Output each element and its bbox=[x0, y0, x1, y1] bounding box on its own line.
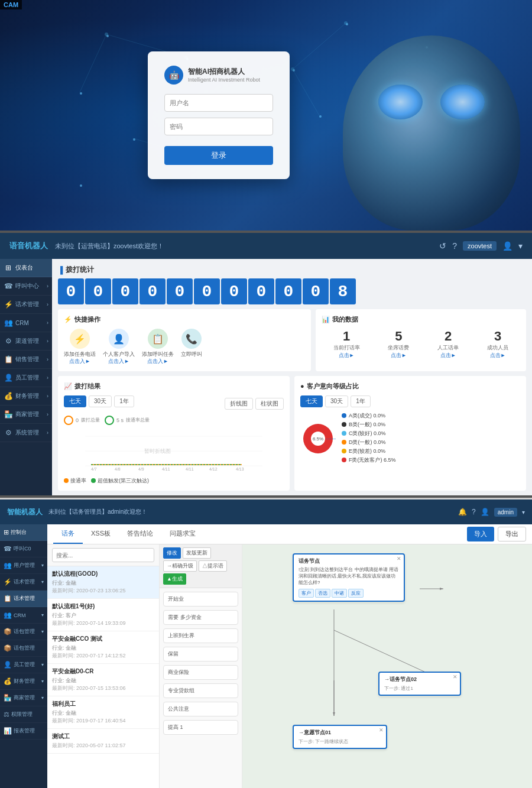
username-field[interactable] bbox=[164, 94, 273, 112]
admin-tab-xss[interactable]: XSS板 bbox=[83, 524, 119, 544]
my-data-2: 2 人工话单 点击► bbox=[437, 329, 459, 359]
quick-op-1[interactable]: 👤 个人客户导入 点击入► bbox=[103, 329, 135, 365]
export-button[interactable]: 导出 bbox=[498, 527, 526, 541]
admin-section: 智能机器人 未到位【话务管理员】admin欢迎您！ 🔔 ? 👤 admin ▾ … bbox=[0, 498, 532, 788]
sidebar-item-dashboard[interactable]: ⊞ 仪表台 bbox=[0, 259, 52, 277]
bell-icon[interactable]: 🔔 bbox=[458, 508, 467, 516]
my-data-title: 📊 我的数据 bbox=[322, 315, 520, 324]
refresh-icon[interactable]: ↺ bbox=[439, 241, 446, 251]
help-icon[interactable]: ? bbox=[452, 241, 457, 251]
call-result-card: 📈 拨打结果 七天 30天 1年 折线图 柱状图 bbox=[58, 376, 290, 491]
quick-op-3[interactable]: 📞 立即呼叫 bbox=[181, 329, 202, 365]
flow-node-close-start[interactable]: ✕ bbox=[397, 556, 401, 562]
password-input[interactable] bbox=[164, 118, 273, 135]
pie-tab-30days[interactable]: 30天 bbox=[325, 395, 348, 407]
chevron-right-icon3: › bbox=[47, 320, 48, 326]
admin-sidebar-crm[interactable]: 👥 CRM ▾ bbox=[0, 607, 47, 624]
admin-sidebar-speechmgr[interactable]: 📋 话术管理 bbox=[0, 591, 47, 607]
package2-icon: 📦 bbox=[4, 644, 12, 652]
my-data-num-3: 3 bbox=[487, 329, 508, 344]
svg-text:4/9: 4/9 bbox=[138, 467, 144, 471]
quick-op-link-1[interactable]: 点击入► bbox=[103, 358, 135, 365]
login-button[interactable]: 登录 bbox=[164, 146, 273, 165]
sidebar-item-sales[interactable]: 📋 销售管理 › bbox=[0, 351, 52, 369]
import-button[interactable]: 导入 bbox=[467, 527, 494, 541]
password-field[interactable] bbox=[164, 118, 273, 135]
conv-generate-btn[interactable]: ▲生成 bbox=[163, 573, 186, 585]
sidebar-item-merchant[interactable]: 🏪 商家管理 › bbox=[0, 406, 52, 424]
my-data-link-0[interactable]: 点击► bbox=[333, 352, 360, 359]
list-item-5[interactable]: 测试工 最新时间: 2020-05-07 11:02:57 bbox=[47, 729, 159, 754]
sidebar-item-speech[interactable]: ⚡ 话术管理 › bbox=[0, 296, 52, 314]
conn-btn-response[interactable]: 反应 bbox=[348, 589, 364, 598]
admin-sidebar-package2[interactable]: 📦 话包管理 bbox=[0, 640, 47, 657]
list-item-3[interactable]: 平安金融D0-CR 行业: 金融 最新时间: 2020-07-15 13:53:… bbox=[47, 664, 159, 696]
sidebar-item-call[interactable]: ☎ 呼叫中心 › bbox=[0, 277, 52, 296]
dashboard-icon: ⊞ bbox=[4, 264, 13, 272]
quick-op-label-3: 立即呼叫 bbox=[181, 351, 202, 358]
pie-tab-1year[interactable]: 1年 bbox=[351, 395, 371, 407]
chevron-down-icon[interactable]: ▾ bbox=[518, 241, 523, 251]
list-item-0[interactable]: 默认流程(GOOD) 行业: 金融 最新时间: 2020-07-23 13:06… bbox=[47, 566, 159, 599]
list-item-2[interactable]: 平安金融CCO 测试 行业: 金融 最新时间: 2020-07-17 14:12… bbox=[47, 631, 159, 664]
admin-sidebar-control[interactable]: ⊞ 控制台 bbox=[0, 524, 47, 541]
flow-node-close-2[interactable]: ✕ bbox=[379, 727, 384, 733]
admin-sidebar-finance[interactable]: 💰 财务管理 ▾ bbox=[0, 673, 47, 690]
user-icon[interactable]: 👤 bbox=[502, 241, 512, 251]
pie-tab-7days[interactable]: 七天 bbox=[300, 395, 323, 407]
quick-op-link-2[interactable]: 点击入► bbox=[142, 358, 174, 365]
call-tab-30days[interactable]: 30天 bbox=[89, 395, 112, 407]
conn-btn-customer[interactable]: 客户 bbox=[299, 589, 314, 598]
list-item-1[interactable]: 默认流程1号(好) 行业: 客户 最新时间: 2020-07-14 19:33:… bbox=[47, 599, 159, 631]
sidebar-item-finance[interactable]: 💰 财务管理 › bbox=[0, 387, 52, 406]
call-tab-1year[interactable]: 1年 bbox=[114, 395, 134, 407]
quick-op-0[interactable]: ⚡ 添加任务电话 点击入► bbox=[64, 329, 96, 365]
admin-user-name: admin bbox=[494, 508, 517, 517]
conv-hint-btn[interactable]: △提示语 bbox=[199, 560, 227, 572]
flow-node-2[interactable]: ✕ →意愿节点01 下一步: 下一路继续状态 bbox=[293, 725, 387, 749]
flow-node-1[interactable]: ✕ →话务节点02 下一步: 通过1 bbox=[378, 672, 461, 696]
admin-sidebar-speech[interactable]: ⚡ 话术管理 ▾ bbox=[0, 574, 47, 591]
sidebar-item-system[interactable]: ⚙ 系统管理 › bbox=[0, 424, 52, 442]
conn-btn-mid[interactable]: 中诸 bbox=[332, 589, 347, 598]
admin-sidebar-users[interactable]: 👥 用户管理 ▾ bbox=[0, 557, 47, 574]
sidebar-item-channel[interactable]: ⚙ 渠道管理 › bbox=[0, 332, 52, 351]
admin-tab-call[interactable]: 话务 bbox=[53, 524, 83, 544]
conv-publish-btn[interactable]: 发版更新 bbox=[183, 547, 211, 559]
flow-node-close-1[interactable]: ✕ bbox=[453, 674, 458, 680]
conv-upgrade-btn[interactable]: →精确升级 bbox=[163, 560, 197, 572]
pie-label-C: C类(较好) 0.0% bbox=[349, 430, 386, 437]
list-item-name-2: 平安金融CCO 测试 bbox=[52, 635, 154, 643]
admin-sidebar-merchant[interactable]: 🏪 商家管理 ▾ bbox=[0, 690, 47, 706]
line-chart-btn[interactable]: 折线图 bbox=[225, 398, 253, 410]
bar-chart-btn[interactable]: 柱状图 bbox=[255, 398, 284, 410]
admin-help-icon[interactable]: ? bbox=[472, 508, 476, 516]
admin-user-icon[interactable]: 👤 bbox=[481, 508, 489, 516]
admin-tab-answer[interactable]: 答告结论 bbox=[119, 524, 161, 544]
my-data-link-3[interactable]: 点击► bbox=[487, 352, 508, 359]
my-data-link-2[interactable]: 点击► bbox=[437, 352, 459, 359]
admin-chevron-icon[interactable]: ▾ bbox=[522, 509, 525, 515]
flow-node-start[interactable]: ✕ 话务节点 !立刻 到到达达整到达平台 中的哦滴提单请 用语润和回顾清晰的话,… bbox=[293, 553, 405, 602]
sidebar-item-staff[interactable]: 👤 员工管理 › bbox=[0, 369, 52, 387]
list-search-input[interactable] bbox=[52, 548, 154, 562]
admin-sidebar-call[interactable]: ☎ 呼叫C0 bbox=[0, 541, 47, 557]
admin-sidebar-reports[interactable]: 📊 报表管理 bbox=[0, 723, 47, 740]
username-input[interactable] bbox=[164, 94, 273, 112]
conv-edit-btn[interactable]: 修改 bbox=[163, 547, 181, 559]
quick-op-link-0[interactable]: 点击入► bbox=[64, 358, 96, 365]
admin-tab-question[interactable]: 问题求宝 bbox=[161, 524, 204, 544]
my-data-link-1[interactable]: 点击► bbox=[388, 352, 409, 359]
quick-op-2[interactable]: 📋 添加呼叫任务 点击入► bbox=[142, 329, 174, 365]
admin-sidebar-package[interactable]: 📦 话包管理 ▾ bbox=[0, 624, 47, 640]
admin-sidebar-staff[interactable]: 👤 员工管理 ▾ bbox=[0, 657, 47, 673]
list-panel: 默认流程(GOOD) 行业: 金融 最新时间: 2020-07-23 13:06… bbox=[47, 544, 160, 788]
flow-connector-btns-start: 客户 否选 中诸 反应 bbox=[299, 589, 399, 598]
call-tab-7days[interactable]: 七天 bbox=[64, 395, 86, 407]
sidebar-item-crm[interactable]: 👥 CRM › bbox=[0, 314, 52, 332]
speechmgr-icon: 📋 bbox=[4, 595, 12, 602]
conn-btn-no[interactable]: 否选 bbox=[315, 589, 330, 598]
admin-sidebar-permissions[interactable]: ⚖ 权限管理 bbox=[0, 706, 47, 723]
list-item-4[interactable]: 福利员工 行业: 金融 最新时间: 2019-07-17 16:40:54 bbox=[47, 696, 159, 729]
digit-3: 0 bbox=[140, 278, 166, 304]
